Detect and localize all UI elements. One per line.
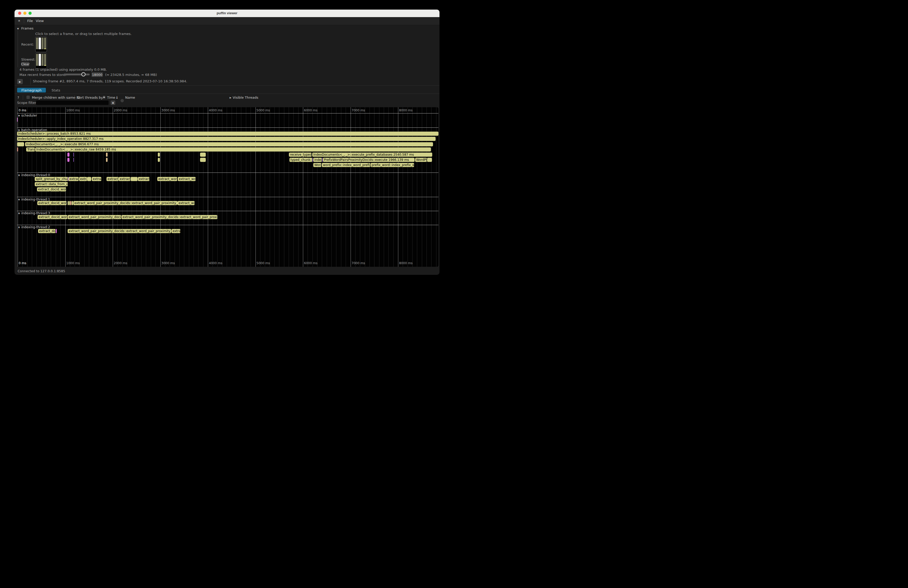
frame-thumbnail-bar[interactable] [42,37,43,49]
thread-header-batch-operation[interactable]: ▼batch-operation [18,128,47,132]
scope-bar[interactable]: extract_docid_word [37,187,66,191]
scope-bar[interactable]: extract_doc [38,229,55,233]
scope-bar[interactable] [71,201,73,205]
scope-bar[interactable] [17,148,18,151]
scope-bar[interactable]: extract_wo [178,177,196,181]
scope-bar[interactable] [158,153,160,157]
scope-bar[interactable]: extract_wo [177,201,195,205]
thread-header-indexing-thread:1[interactable]: ▼indexing-thread:1 [18,198,50,201]
frame-thumbnail-bar[interactable] [36,37,38,49]
scope-bar[interactable]: extract_word_pair_proximity_docids::extr… [73,201,177,205]
scope-bar[interactable]: extract_ [119,177,130,181]
separator [30,79,31,85]
menu-file[interactable]: File [27,19,33,23]
scope-bar[interactable]: extract_word [157,177,177,181]
minor-gridline [137,107,137,267]
frames-collapsible-header[interactable]: ▼ Frames [17,26,34,31]
menu-bar: ☀ File View [14,17,440,25]
scope-bar[interactable]: WordPr [415,158,427,162]
visible-threads-toggle[interactable]: Visible Threads [233,96,258,100]
scope-bar[interactable]: extra [79,177,87,181]
scope-filter-input[interactable] [36,101,109,105]
scope-bar[interactable]: word_prefix::index_word_prefix_ [322,163,370,167]
scope-bar[interactable] [200,158,206,162]
scope-bar[interactable] [70,201,71,205]
scope-bar[interactable] [87,177,91,181]
merge-children-checkbox[interactable] [26,96,30,99]
tab-flamegraph[interactable]: Flamegraph [17,88,46,93]
thread-header-indexing-thread:3[interactable]: ▼indexing-thread:3 [18,211,50,215]
frame-thumbnail-bar[interactable] [36,54,38,66]
scope-bar[interactable]: extract::data_from_ob [35,182,68,186]
scope-bar[interactable] [68,201,69,205]
scope-bar[interactable]: PrefixWordPairsProximityDocids::execute … [323,158,415,162]
help-button[interactable]: ? [18,96,19,100]
scope-bar[interactable]: extract_word_pair_proximity_docids::extr… [68,229,171,233]
scope-bar[interactable] [322,158,323,162]
frame-thumbnail-bar[interactable] [44,54,46,66]
scope-bar[interactable] [427,158,432,162]
scope-bar[interactable]: extrac [92,177,101,181]
scope-bar[interactable]: IndexDocuments<_, _>::execute 8656.677 m… [25,142,433,146]
max-frames-value[interactable]: 18000 [92,72,103,77]
tab-stats[interactable]: Stats [52,88,60,92]
scope-bar[interactable]: IndexDocuments<_, _>::execute_prefix_dat… [312,153,432,157]
thread-header-scheduler[interactable]: ▼scheduler [18,114,37,117]
scope-bar[interactable]: extract_ [106,177,119,181]
scope-bar[interactable] [73,153,74,157]
scope-bar[interactable]: IndexScheduler>::apply_index_operation 8… [17,137,436,141]
scope-bar[interactable]: index [313,158,322,162]
play-button[interactable]: ▶ [17,79,23,84]
thread-header-indexing-thread:2[interactable]: ▼indexing-thread:2 [18,225,50,229]
menu-view[interactable]: View [36,19,44,23]
clear-button[interactable]: Clear [21,62,29,66]
frame-thumbnail-bar[interactable] [39,37,41,49]
scope-bar[interactable]: extrac [172,229,180,233]
scope-bar[interactable] [158,158,160,162]
scope-bar[interactable] [73,158,74,162]
max-frames-slider-track[interactable] [63,74,90,76]
scope-bar[interactable] [68,153,69,157]
scope-bar[interactable]: typed_chunk::w [290,158,312,162]
clear-filter-button[interactable]: x [111,101,115,105]
scope-bar[interactable]: receive_typed [289,153,312,157]
scope-bar[interactable] [56,229,57,233]
scope-bar[interactable]: extract_word_pair_proximity_docids::extr… [122,215,217,219]
scope-bar[interactable]: extract [138,177,150,181]
thread-header-indexing-thread:0[interactable]: ▼indexing-thread:0 [18,173,50,177]
scope-bar[interactable] [106,153,108,157]
sort-name-label[interactable]: Name [125,96,135,100]
scope-bar[interactable] [68,158,69,162]
scope-bar[interactable]: split_grenad_by_chun [35,177,68,181]
major-gridline [160,107,161,267]
scope-bar[interactable]: prefix_word::index_prefix_wo [370,163,414,167]
scope-bar[interactable]: IndexScheduler>::process_batch 8953.821 … [17,132,438,136]
scope-bar[interactable]: extract [68,177,79,181]
sort-time-label[interactable]: Time [107,96,115,100]
flamegraph-canvas[interactable]: 0 ms0 ms1000 ms1000 ms2000 ms2000 ms3000… [17,107,438,267]
slowest-frames-thumbnail[interactable] [35,53,47,69]
theme-toggle-sun-icon[interactable]: ☀ [18,19,21,23]
max-frames-slider-knob[interactable] [81,72,85,76]
scope-bar[interactable]: Word [313,163,321,167]
scope-bar[interactable]: IndexDocuments<_, _>::execute_raw 8459.1… [35,148,431,151]
frame-thumbnail-bar[interactable] [44,37,46,49]
frame-thumbnail-bar[interactable] [42,54,43,66]
sort-time-radio[interactable] [102,96,106,99]
recent-frames-thumbnail[interactable] [35,37,47,52]
scope-bar[interactable] [17,117,18,122]
scope-bar[interactable] [130,177,138,181]
connection-status: Connected to 127.0.0.1:8585 [18,269,65,273]
scope-bar[interactable] [312,158,313,162]
major-gridline [65,107,66,267]
frame-thumbnail-bar[interactable] [39,54,41,66]
scope-bar[interactable]: extract_docid_word [37,201,67,205]
scope-bar[interactable] [200,153,206,157]
scope-bar[interactable]: extract_word_pair_proximity_docids [68,215,121,219]
scope-bar[interactable] [17,142,24,146]
max-frames-note: (≈ 23428.5 minutes, ≈ 68 MB) [105,73,157,77]
scope-bar[interactable] [106,158,108,162]
scope-bar[interactable]: Trans [26,148,35,151]
sort-name-radio[interactable] [121,99,124,102]
scope-bar[interactable]: extract_docid_word [37,215,68,219]
